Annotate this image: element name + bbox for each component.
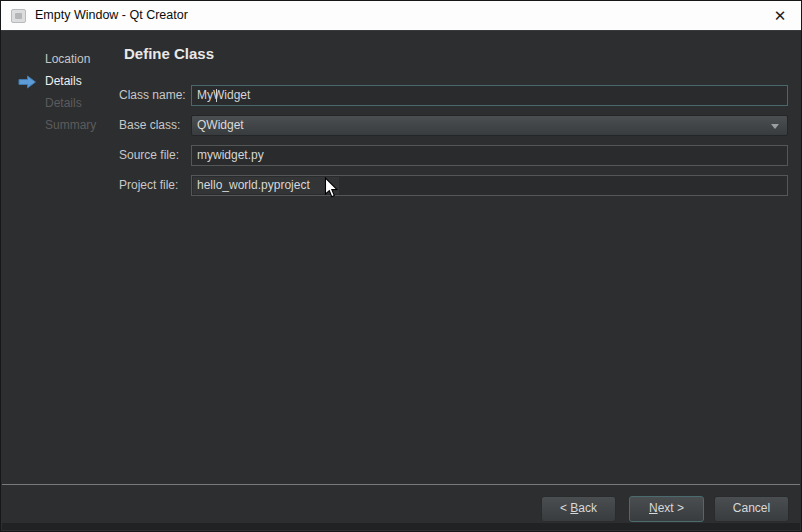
close-icon[interactable]: ✕ bbox=[769, 1, 791, 30]
footer-separator bbox=[2, 484, 800, 485]
form-row-base-class: Base class: QWidget bbox=[119, 115, 788, 136]
app-icon bbox=[11, 9, 26, 23]
base-class-value: QWidget bbox=[197, 118, 244, 132]
wizard-step-summary: Summary bbox=[1, 114, 121, 136]
form-row-project-file: Project file: hello_world.pyproject bbox=[119, 175, 788, 196]
base-class-dropdown[interactable]: QWidget bbox=[191, 115, 788, 136]
wizard-step-details-upcoming: Details bbox=[1, 92, 121, 114]
class-name-value: MyWidget bbox=[197, 88, 250, 102]
window-title: Empty Window - Qt Creator bbox=[35, 1, 188, 30]
next-button[interactable]: Next > bbox=[629, 496, 704, 522]
wizard-step-details-current: Details bbox=[1, 70, 121, 92]
form-row-source-file: Source file: mywidget.py bbox=[119, 145, 788, 166]
field-highlight bbox=[193, 177, 339, 194]
project-file-input[interactable]: hello_world.pyproject bbox=[191, 175, 788, 196]
wizard-step-label: Location bbox=[45, 52, 90, 66]
wizard-step-label: Details bbox=[45, 96, 82, 110]
chevron-down-icon bbox=[771, 124, 779, 129]
window-bottom-edge bbox=[2, 523, 800, 530]
mouse-cursor bbox=[324, 177, 339, 203]
back-button[interactable]: < Back bbox=[541, 496, 616, 522]
page-title: Define Class bbox=[124, 45, 214, 62]
back-button-label: < bbox=[560, 501, 570, 515]
text-caret bbox=[216, 89, 217, 102]
source-file-label: Source file: bbox=[119, 145, 179, 166]
source-file-value: mywidget.py bbox=[197, 148, 264, 162]
title-bar: Empty Window - Qt Creator ✕ bbox=[1, 1, 801, 31]
current-step-arrow-icon bbox=[18, 74, 37, 88]
cancel-button[interactable]: Cancel bbox=[714, 496, 789, 522]
base-class-label: Base class: bbox=[119, 115, 180, 136]
wizard-step-list: Location Details Details Summary bbox=[1, 48, 121, 136]
project-file-label: Project file: bbox=[119, 175, 178, 196]
wizard-step-label: Details bbox=[45, 74, 82, 88]
class-name-label: Class name: bbox=[119, 85, 186, 106]
wizard-step-label: Summary bbox=[45, 118, 96, 132]
cancel-button-label: Cancel bbox=[733, 501, 770, 515]
source-file-input[interactable]: mywidget.py bbox=[191, 145, 788, 166]
form-row-class-name: Class name: MyWidget bbox=[119, 85, 788, 106]
wizard-step-location: Location bbox=[1, 48, 121, 70]
class-name-input[interactable]: MyWidget bbox=[191, 85, 788, 106]
wizard-dialog-window: Empty Window - Qt Creator ✕ Location Det… bbox=[0, 0, 802, 532]
